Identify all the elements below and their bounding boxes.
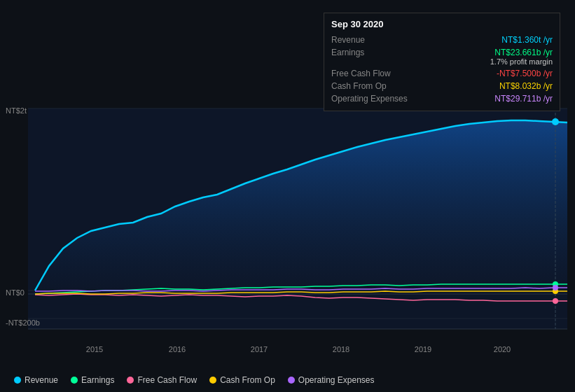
legend-cashop[interactable]: Cash From Op (209, 375, 275, 385)
tooltip-earnings-value: NT$23.661b /yr 1.7% profit margin (490, 48, 553, 66)
legend-cashop-label: Cash From Op (220, 375, 275, 385)
tooltip-opex-row: Operating Expenses NT$29.711b /yr (331, 92, 553, 105)
tooltip-cashop-row: Cash From Op NT$8.032b /yr (331, 80, 553, 92)
svg-point-7 (552, 118, 559, 125)
tooltip-revenue-label: Revenue (331, 35, 408, 45)
tooltip-opex-label: Operating Expenses (331, 94, 408, 104)
legend-opex[interactable]: Operating Expenses (288, 375, 375, 385)
y-label-mid: NT$0 (6, 288, 25, 297)
tooltip-revenue-row: Revenue NT$1.360t /yr (331, 34, 553, 46)
x-label-2019: 2019 (415, 345, 431, 354)
tooltip-fcf-value: -NT$7.500b /yr (497, 69, 553, 78)
y-label-top: NT$2t (6, 106, 27, 115)
svg-point-11 (553, 285, 558, 290)
legend-earnings-dot (71, 377, 78, 384)
tooltip-cashop-value: NT$8.032b /yr (499, 81, 553, 91)
legend-earnings-label: Earnings (81, 375, 114, 385)
tooltip-fcf-row: Free Cash Flow -NT$7.500b /yr (331, 67, 553, 80)
tooltip-earnings-row: Earnings NT$23.661b /yr 1.7% profit marg… (331, 46, 553, 67)
legend-opex-label: Operating Expenses (298, 375, 375, 385)
tooltip-revenue-value: NT$1.360t /yr (501, 35, 553, 45)
legend-revenue-label: Revenue (25, 375, 58, 385)
legend-fcf-label: Free Cash Flow (137, 375, 197, 385)
x-label-2018: 2018 (333, 345, 349, 354)
tooltip-opex-value: NT$29.711b /yr (494, 94, 553, 104)
legend-revenue-dot (14, 377, 21, 384)
svg-point-9 (553, 298, 558, 304)
legend-fcf[interactable]: Free Cash Flow (127, 375, 197, 385)
chart-container: NT$2t NT$0 -NT$200b 2015 2016 2017 2018 … (0, 0, 575, 392)
x-label-2020: 2020 (494, 345, 511, 354)
x-label-2017: 2017 (251, 345, 268, 354)
tooltip-box: Sep 30 2020 Revenue NT$1.360t /yr Earnin… (324, 13, 560, 111)
x-label-2015: 2015 (86, 345, 103, 354)
x-label-2016: 2016 (169, 345, 186, 354)
legend-cashop-dot (209, 377, 216, 384)
legend-opex-dot (288, 377, 295, 384)
legend-fcf-dot (127, 377, 134, 384)
tooltip-cashop-label: Cash From Op (331, 81, 408, 91)
tooltip-fcf-label: Free Cash Flow (331, 69, 408, 78)
tooltip-date: Sep 30 2020 (331, 19, 553, 29)
legend-earnings[interactable]: Earnings (71, 375, 114, 385)
legend-revenue[interactable]: Revenue (14, 375, 58, 385)
chart-legend: Revenue Earnings Free Cash Flow Cash Fro… (14, 375, 375, 385)
tooltip-earnings-label: Earnings (331, 48, 408, 57)
y-label-bottom: -NT$200b (6, 318, 40, 327)
